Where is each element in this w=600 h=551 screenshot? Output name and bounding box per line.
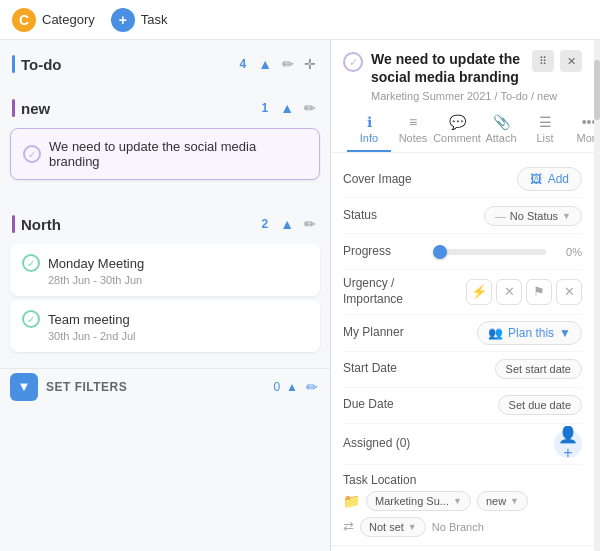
section-new-actions: ▲ ✏	[278, 98, 318, 118]
plan-icon: 👥	[488, 326, 503, 340]
section-todo-header: To-do 4 ▲ ✏ ✛	[0, 48, 330, 80]
tab-notes[interactable]: ≡ Notes	[391, 110, 435, 152]
top-bar: C Category + Task	[0, 0, 600, 40]
task-name-monday: Monday Meeting	[48, 256, 144, 271]
tab-info[interactable]: ℹ Info	[347, 110, 391, 152]
filter-icon[interactable]: ▼	[10, 373, 38, 401]
scrollbar[interactable]	[594, 40, 600, 551]
task-date-monday: 28th Jun - 30th Jun	[48, 274, 308, 286]
add-cover-label: Add	[548, 172, 569, 186]
right-task-check[interactable]: ✓	[343, 52, 363, 72]
field-urgency: Urgency / Importance ⚡ ✕ ⚑ ✕	[343, 270, 582, 314]
marketing-select[interactable]: Marketing Su... ▼	[366, 491, 471, 511]
section-new-header: new 1 ▲ ✏	[0, 92, 330, 124]
assigned-value: 👤+	[433, 430, 582, 458]
task-check-team[interactable]: ✓	[22, 310, 40, 328]
plan-chevron-icon: ▼	[559, 326, 571, 340]
tabs-row: ℹ Info ≡ Notes 💬 Comment 📎 Attach ☰	[343, 110, 582, 152]
spacer-3	[0, 196, 330, 208]
drag-handle-icon: ⠿	[532, 50, 554, 72]
tab-attach-label: Attach	[485, 132, 516, 144]
field-progress: Progress 0%	[343, 234, 582, 270]
north-edit-icon[interactable]: ✏	[302, 214, 318, 234]
right-header: ✓ We need to update the social media bra…	[331, 40, 594, 153]
start-date-text: Set start date	[506, 363, 571, 375]
section-line-new	[12, 99, 15, 117]
tab-more[interactable]: ••• More	[567, 110, 594, 152]
urgency-flag-icon[interactable]: ⚑	[526, 279, 552, 305]
add-assignee-button[interactable]: 👤+	[554, 430, 582, 458]
new-edit-icon[interactable]: ✏	[302, 98, 318, 118]
task-card-row: ✓ We need to update the social media bra…	[23, 139, 307, 169]
section-todo-title: To-do	[21, 56, 233, 73]
section-north-header: North 2 ▲ ✏	[0, 208, 330, 240]
tab-list-icon: ☰	[539, 114, 552, 130]
folder-icon: 📁	[343, 493, 360, 509]
start-date-button[interactable]: Set start date	[495, 359, 582, 379]
urgency-value: ⚡ ✕ ⚑ ✕	[433, 279, 582, 305]
task-name-team: Team meeting	[48, 312, 130, 327]
new-select[interactable]: new ▼	[477, 491, 528, 511]
not-set-select[interactable]: Not set ▼	[360, 517, 426, 537]
task-button[interactable]: + Task	[111, 8, 168, 32]
task-check-monday[interactable]: ✓	[22, 254, 40, 272]
task-card-team[interactable]: ✓ Team meeting 30th Jun - 2nd Jul	[10, 300, 320, 352]
filter-bar: ▼ SET FILTERS 0 ▲ ✏	[0, 368, 330, 404]
task-card-social-media[interactable]: ✓ We need to update the social media bra…	[10, 128, 320, 180]
image-icon: 🖼	[530, 172, 542, 186]
plan-this-button[interactable]: 👥 Plan this ▼	[477, 321, 582, 345]
task-monday-row: ✓ Monday Meeting	[22, 254, 308, 272]
task-date-team: 30th Jun - 2nd Jul	[48, 330, 308, 342]
tab-comment[interactable]: 💬 Comment	[435, 110, 479, 152]
north-expand-icon[interactable]: ▲	[278, 214, 296, 234]
field-start-date: Start Date Set start date	[343, 352, 582, 388]
urgency-cancel-icon[interactable]: ✕	[496, 279, 522, 305]
task-name-social: We need to update the social media brand…	[49, 139, 307, 169]
category-button[interactable]: C Category	[12, 8, 95, 32]
field-cover-image: Cover Image 🖼 Add	[343, 161, 582, 198]
todo-edit-icon[interactable]: ✏	[280, 54, 296, 74]
not-set-chevron-icon: ▼	[408, 522, 417, 532]
due-date-text: Set due date	[509, 399, 571, 411]
category-icon: C	[12, 8, 36, 32]
urgency-cancel2-icon[interactable]: ✕	[556, 279, 582, 305]
status-button[interactable]: — No Status ▼	[484, 206, 582, 226]
filter-count: 0	[273, 380, 280, 394]
section-line-todo	[12, 55, 15, 73]
progress-container: 0%	[433, 246, 582, 258]
tab-list-label: List	[536, 132, 553, 144]
field-status: Status — No Status ▼	[343, 198, 582, 234]
todo-expand-icon[interactable]: ▲	[256, 54, 274, 74]
not-set-text: Not set	[369, 521, 404, 533]
right-footer: Created by You , Today 17:51	[331, 545, 594, 551]
tab-notes-icon: ≡	[409, 114, 417, 130]
new-chevron-icon: ▼	[510, 496, 519, 506]
todo-move-icon[interactable]: ✛	[302, 54, 318, 74]
scrollbar-thumb[interactable]	[594, 60, 600, 120]
assigned-label: Assigned (0)	[343, 436, 433, 452]
filter-edit-icon[interactable]: ✏	[304, 377, 320, 397]
add-cover-button[interactable]: 🖼 Add	[517, 167, 582, 191]
task-icon: +	[111, 8, 135, 32]
task-location-section: Task Location 📁 Marketing Su... ▼ new ▼ …	[343, 465, 582, 537]
tab-info-label: Info	[360, 132, 378, 144]
new-expand-icon[interactable]: ▲	[278, 98, 296, 118]
task-card-monday[interactable]: ✓ Monday Meeting 28th Jun - 30th Jun	[10, 244, 320, 296]
section-new-title: new	[21, 100, 255, 117]
fields-area: Cover Image 🖼 Add Status — No Status ▼	[331, 153, 594, 544]
add-person-icon: 👤+	[554, 425, 582, 462]
marketing-chevron-icon: ▼	[453, 496, 462, 506]
tab-list[interactable]: ☰ List	[523, 110, 567, 152]
due-date-button[interactable]: Set due date	[498, 395, 582, 415]
cover-image-label: Cover Image	[343, 172, 433, 188]
close-icon[interactable]: ✕	[560, 50, 582, 72]
tab-attach[interactable]: 📎 Attach	[479, 110, 523, 152]
filter-label[interactable]: SET FILTERS	[46, 380, 127, 394]
start-date-label: Start Date	[343, 361, 433, 377]
task-check-social[interactable]: ✓	[23, 145, 41, 163]
progress-bar[interactable]	[433, 249, 546, 255]
right-panel: ✓ We need to update the social media bra…	[331, 40, 594, 551]
urgency-bolt-icon[interactable]: ⚡	[466, 279, 492, 305]
spacer-4	[0, 356, 330, 368]
field-due-date: Due Date Set due date	[343, 388, 582, 424]
